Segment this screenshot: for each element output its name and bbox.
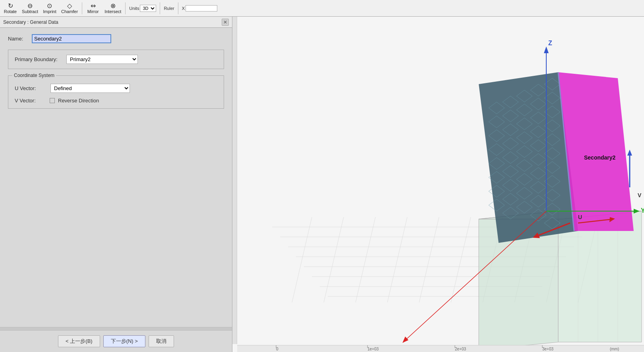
units-label: Units: [129, 6, 139, 11]
main-toolbar: ↻ Rotate ⊖ Subtract ⊙ Imprint ◇ Chamfer …: [0, 0, 644, 17]
coord-system-legend: Coordinate System: [12, 73, 56, 78]
dialog-body: Name: Primary Boundary: Primary2 Coordin…: [0, 28, 232, 327]
units-combo: Units 3D: [128, 5, 158, 12]
subtract-label: Subtract: [22, 9, 38, 14]
imprint-icon: ⊙: [47, 3, 52, 9]
toolbar-sep-4: [178, 2, 178, 14]
subtract-button[interactable]: ⊖ Subtract: [20, 1, 40, 16]
v-vector-label: V Vector:: [15, 98, 46, 104]
mirror-label: Mirror: [87, 9, 99, 14]
reverse-direction-label: Reverse Direction: [58, 98, 99, 104]
u-vector-row: U Vector: Defined: [15, 84, 217, 93]
scene-svg: U V Secondary2 Z Y 0 1e+03: [232, 17, 644, 352]
u-vector-select[interactable]: Defined: [50, 84, 130, 93]
primary-boundary-row: Primary Boundary: Primary2: [15, 55, 217, 64]
next-button[interactable]: 下一步(N) >: [103, 335, 145, 347]
intersect-label: Intersect: [104, 9, 121, 14]
rotate-label: Rotate: [4, 9, 17, 14]
v-coord-label: V: [638, 192, 642, 198]
rotate-button[interactable]: ↻ Rotate: [2, 1, 19, 16]
x-combo: X: [180, 5, 219, 12]
ruler-label: Ruler: [164, 6, 174, 11]
mirror-button[interactable]: ⇔ Mirror: [84, 1, 102, 16]
primary-boundary-box: Primary Boundary: Primary2: [8, 50, 224, 69]
z-axis-label: Z: [548, 40, 552, 46]
u-vector-label: U Vector:: [15, 85, 46, 91]
toolbar-sep-3: [160, 2, 160, 14]
viewport[interactable]: U V Secondary2 Z Y 0 1e+03: [232, 17, 644, 352]
imprint-button[interactable]: ⊙ Imprint: [41, 1, 58, 16]
svg-text:0: 0: [276, 347, 278, 351]
dialog-close-button[interactable]: ✕: [222, 19, 229, 26]
name-row: Name:: [8, 34, 224, 43]
svg-rect-88: [237, 345, 644, 352]
prev-button[interactable]: < 上一步(B): [58, 335, 100, 347]
toolbar-sep-1: [82, 2, 82, 14]
reverse-direction-checkbox[interactable]: [50, 98, 55, 103]
chamfer-button[interactable]: ◇ Chamfer: [59, 1, 80, 16]
cancel-button[interactable]: 取消: [149, 335, 174, 347]
svg-text:2e+03: 2e+03: [455, 347, 466, 351]
intersect-icon: ⊗: [110, 3, 116, 9]
ruler-combo: Ruler: [162, 6, 176, 11]
dialog-titlebar: Secondary : General Data ✕: [0, 17, 232, 28]
secondary2-label: Secondary2: [584, 154, 616, 161]
u-coord-label: U: [578, 214, 582, 220]
dialog-title: Secondary : General Data: [3, 19, 58, 25]
primary-boundary-label: Primary Boundary:: [15, 56, 62, 62]
intersect-button[interactable]: ⊗ Intersect: [102, 1, 123, 16]
v-vector-row: V Vector: Reverse Direction: [15, 98, 217, 104]
name-label: Name:: [8, 36, 28, 42]
dialog-scrollbar: [0, 327, 232, 330]
rotate-icon: ↻: [8, 3, 13, 9]
units-select[interactable]: 3D: [140, 5, 156, 12]
coord-system-box: Coordinate System U Vector: Defined V Ve…: [8, 75, 224, 109]
name-input[interactable]: [32, 34, 111, 43]
dialog-footer: < 上一步(B) 下一步(N) > 取消: [0, 330, 232, 352]
main-area: Secondary : General Data ✕ Name: Primary…: [0, 17, 644, 352]
svg-text:3e+03: 3e+03: [542, 347, 554, 351]
svg-text:1e+03: 1e+03: [367, 347, 379, 351]
y-axis-label: Y: [641, 207, 644, 214]
chamfer-label: Chamfer: [61, 9, 78, 14]
primary-boundary-select[interactable]: Primary2: [66, 55, 138, 64]
dialog-panel: Secondary : General Data ✕ Name: Primary…: [0, 17, 232, 352]
chamfer-icon: ◇: [67, 3, 72, 9]
mirror-icon: ⇔: [91, 3, 96, 9]
imprint-label: Imprint: [43, 9, 56, 14]
x-label: X: [182, 6, 185, 11]
x-input[interactable]: [186, 5, 217, 12]
svg-text:(mm): (mm): [610, 347, 619, 351]
subtract-icon: ⊖: [27, 3, 33, 9]
viewport-scrollbar[interactable]: [232, 17, 237, 344]
toolbar-sep-2: [125, 2, 126, 14]
